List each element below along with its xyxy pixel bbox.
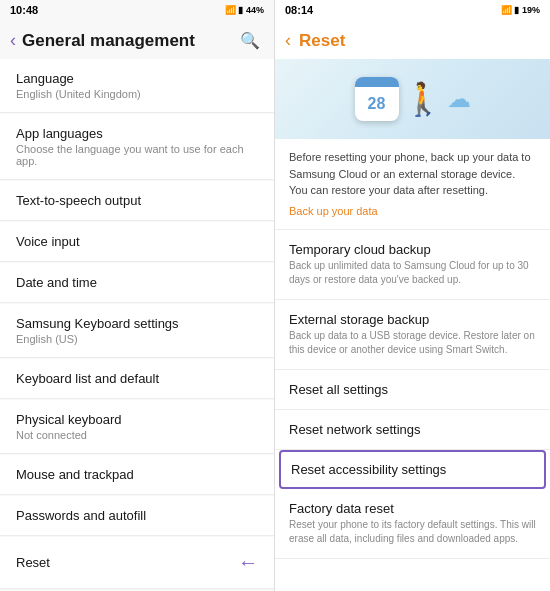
illustration-inner: 28 🚶 ☁ [355, 77, 471, 121]
info-text-body: Before resetting your phone, back up you… [289, 151, 531, 196]
calendar-icon: 28 [355, 77, 399, 121]
list-item-text-to-speech[interactable]: Text-to-speech output [0, 181, 274, 221]
option-title: Reset all settings [289, 382, 536, 397]
list-item-temp-cloud-backup[interactable]: Temporary cloud backup Back up unlimited… [275, 230, 550, 300]
list-item-reset-network-settings[interactable]: Reset network settings [275, 410, 550, 450]
header-right: ‹ Reset [275, 20, 550, 59]
cloud-icon: ☁ [447, 85, 471, 113]
status-icons-right: 📶 ▮ 19% [501, 5, 540, 15]
reset-label: Reset [16, 555, 50, 570]
right-panel: 08:14 📶 ▮ 19% ‹ Reset 28 🚶 ☁ Before rese… [275, 0, 550, 591]
battery-icon-left: ▮ 44% [238, 5, 264, 15]
list-item-voice-input[interactable]: Voice input [0, 222, 274, 262]
back-button-right[interactable]: ‹ [285, 30, 291, 51]
option-desc: Back up unlimited data to Samsung Cloud … [289, 259, 536, 287]
option-title: Temporary cloud backup [289, 242, 536, 257]
reset-content: Before resetting your phone, back up you… [275, 139, 550, 591]
info-section: Before resetting your phone, back up you… [275, 139, 550, 230]
list-item-date-time[interactable]: Date and time [0, 263, 274, 303]
option-title: Reset network settings [289, 422, 536, 437]
option-title: Reset accessibility settings [291, 462, 534, 477]
wifi-icon-right: 📶 [501, 5, 512, 15]
list-item-samsung-keyboard[interactable]: Samsung Keyboard settings English (US) [0, 304, 274, 358]
option-desc: Reset your phone to its factory default … [289, 518, 536, 546]
menu-list: Language English (United Kingdom) App la… [0, 59, 274, 591]
search-icon-left[interactable]: 🔍 [240, 31, 260, 50]
time-left: 10:48 [10, 4, 38, 16]
menu-item-title: Voice input [16, 234, 258, 249]
menu-item-title: Keyboard list and default [16, 371, 258, 386]
status-bar-right: 08:14 📶 ▮ 19% [275, 0, 550, 20]
page-title-left: General management [22, 31, 195, 51]
menu-item-subtitle: English (United Kingdom) [16, 88, 258, 100]
back-button-left[interactable]: ‹ [10, 30, 16, 51]
list-item-external-storage-backup[interactable]: External storage backup Back up data to … [275, 300, 550, 370]
signal-icon-left: 📶 [225, 5, 236, 15]
list-item-reset-accessibility[interactable]: Reset accessibility settings [279, 450, 546, 489]
menu-item-title: Date and time [16, 275, 258, 290]
list-item-passwords[interactable]: Passwords and autofill [0, 496, 274, 536]
list-item-physical-keyboard[interactable]: Physical keyboard Not connected [0, 400, 274, 454]
list-item-mouse-trackpad[interactable]: Mouse and trackpad [0, 455, 274, 495]
menu-item-title: Mouse and trackpad [16, 467, 258, 482]
status-bar-left: 10:48 📶 ▮ 44% [0, 0, 274, 20]
menu-item-title: Text-to-speech output [16, 193, 258, 208]
menu-item-subtitle: English (US) [16, 333, 258, 345]
list-item-app-languages[interactable]: App languages Choose the language you wa… [0, 114, 274, 180]
list-item-keyboard-list[interactable]: Keyboard list and default [0, 359, 274, 399]
backup-link[interactable]: Back up your data [289, 203, 536, 220]
header-left-inner: ‹ General management [10, 30, 195, 51]
menu-item-title: Physical keyboard [16, 412, 258, 427]
calendar-number: 28 [355, 87, 399, 121]
list-item-reset-all-settings[interactable]: Reset all settings [275, 370, 550, 410]
option-title: External storage backup [289, 312, 536, 327]
menu-item-title: Samsung Keyboard settings [16, 316, 258, 331]
time-right: 08:14 [285, 4, 313, 16]
list-item-reset[interactable]: Reset ← [0, 537, 274, 589]
left-panel: 10:48 📶 ▮ 44% ‹ General management 🔍 Lan… [0, 0, 275, 591]
status-icons-left: 📶 ▮ 44% [225, 5, 264, 15]
menu-item-subtitle: Not connected [16, 429, 258, 441]
list-item-factory-data-reset[interactable]: Factory data reset Reset your phone to i… [275, 489, 550, 559]
menu-item-title: App languages [16, 126, 258, 141]
menu-item-title: Passwords and autofill [16, 508, 258, 523]
illustration-area: 28 🚶 ☁ [275, 59, 550, 139]
reset-arrow-icon: ← [238, 551, 258, 574]
figure-icon: 🚶 [403, 80, 443, 118]
page-title-right: Reset [299, 31, 345, 51]
menu-item-title: Language [16, 71, 258, 86]
header-left: ‹ General management 🔍 [0, 20, 274, 59]
list-item-language[interactable]: Language English (United Kingdom) [0, 59, 274, 113]
battery-icon-right: ▮ 19% [514, 5, 540, 15]
menu-item-subtitle: Choose the language you want to use for … [16, 143, 258, 167]
option-title: Factory data reset [289, 501, 536, 516]
option-desc: Back up data to a USB storage device. Re… [289, 329, 536, 357]
